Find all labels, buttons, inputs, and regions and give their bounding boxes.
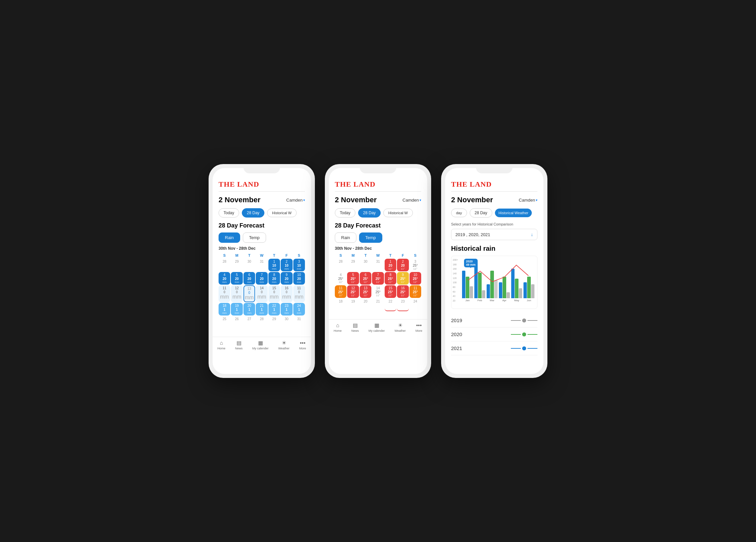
toggle-temp-1[interactable]: Temp — [243, 232, 266, 243]
cal-cell[interactable]: 27 — [243, 316, 255, 329]
cal-cell[interactable]: 31 — [372, 259, 384, 271]
toggle-rain-1[interactable]: Rain — [219, 232, 240, 243]
cal-cell[interactable]: 920mm — [281, 272, 292, 285]
cal-cell[interactable]: 925°11° — [397, 272, 409, 285]
cal-cell[interactable]: 1525°11° — [385, 285, 396, 298]
cal-cell[interactable]: 221mm — [268, 303, 280, 316]
tab-historical-1[interactable]: Historical W — [267, 209, 297, 217]
cal-cell[interactable]: 29 — [268, 316, 280, 329]
cal-cell[interactable]: 28 — [219, 259, 230, 271]
more-icon-2: ••• — [416, 322, 422, 328]
location-2[interactable]: Camden▾ — [403, 198, 421, 203]
nav-news-1[interactable]: ▤ News — [235, 340, 243, 350]
cal-cell[interactable]: 310mm — [293, 259, 305, 271]
toggle-rain-2[interactable]: Rain — [335, 232, 356, 243]
cal-cell[interactable]: 825°11° — [385, 272, 396, 285]
tab-historical-2[interactable]: Historical W — [383, 209, 413, 217]
nav-calendar-2[interactable]: ▦ My calender — [369, 322, 385, 332]
cal-cell[interactable]: 425°11° — [335, 272, 346, 285]
cal-cell[interactable]: 31 — [256, 259, 267, 271]
cal-cell[interactable]: 191mm — [231, 303, 242, 316]
nav-weather-1[interactable]: ☀ Weather — [278, 340, 290, 350]
tab-historical-3[interactable]: Historical Weather — [495, 209, 532, 217]
cal-cell[interactable]: 30 — [243, 259, 255, 271]
cal-header-2: S M T W T F S — [335, 253, 421, 257]
cal-cell[interactable]: 110mm — [293, 285, 305, 302]
cal-cell-today[interactable]: 130mm — [243, 285, 255, 302]
toggle-temp-2[interactable]: Temp — [359, 232, 382, 243]
cal-header-1: S M T W T F S — [219, 253, 305, 257]
cal-cell[interactable]: 325°11° — [410, 259, 421, 271]
cal-cell[interactable]: 241mm — [293, 303, 305, 316]
cal-cell[interactable]: 1225°11° — [347, 285, 359, 298]
cal-cell[interactable]: 231mm — [281, 303, 292, 316]
cal-cell[interactable]: 620mm — [243, 272, 255, 285]
cal-cell[interactable]: 21 — [372, 299, 384, 311]
nav-more-1[interactable]: ••• More — [299, 340, 306, 350]
nav-home-1[interactable]: ⌂ Home — [218, 340, 226, 350]
tab-28day-3[interactable]: 28 Day — [470, 208, 492, 218]
year-row-2020[interactable]: 2020 — [451, 327, 537, 341]
cal-cell[interactable]: 18 — [335, 299, 346, 311]
tab-today-1[interactable]: Today — [219, 208, 239, 218]
month-label: Feb — [478, 299, 482, 302]
cal-cell[interactable]: 19 — [347, 299, 359, 311]
cal-cell[interactable]: 1125°11° — [410, 285, 421, 298]
tab-28day-1[interactable]: 28 Day — [242, 208, 264, 218]
cal-cell[interactable]: 110mm — [268, 259, 280, 271]
cal-cell[interactable]: 820mm — [268, 272, 280, 285]
cal-cell[interactable]: 1125°11° — [335, 285, 346, 298]
nav-calendar-1[interactable]: ▦ My calender — [252, 340, 269, 350]
cal-cell[interactable]: 30 — [360, 259, 371, 271]
location-3[interactable]: Camden▾ — [519, 198, 537, 203]
year-row-2019[interactable]: 2019 — [451, 314, 537, 327]
phone-notch-1 — [243, 164, 280, 173]
cal-cell[interactable]: 140mm — [256, 285, 267, 302]
cal-cell[interactable]: 25 — [219, 316, 230, 329]
year-selector[interactable]: 2019 , 2020, 2021 ↓ — [451, 229, 537, 240]
cal-cell[interactable]: 725°11° — [372, 272, 384, 285]
cal-cell[interactable]: 22011° — [397, 259, 409, 271]
cal-cell[interactable]: 12011° — [385, 259, 396, 271]
cal-cell[interactable]: 525°11° — [347, 272, 359, 285]
cal-cell[interactable]: 1325°11° — [360, 285, 371, 298]
cal-cell[interactable]: 28 — [256, 316, 267, 329]
tab-today-2[interactable]: Today — [335, 208, 355, 218]
cal-cell[interactable]: 24 — [410, 299, 421, 311]
cal-cell[interactable]: 1025°11° — [410, 272, 421, 285]
cal-cell[interactable]: 201mm — [243, 303, 255, 316]
cal-cell[interactable]: 23 — [397, 299, 409, 311]
cal-cell[interactable]: 160mm — [281, 285, 292, 302]
cal-cell[interactable]: 26 — [231, 316, 242, 329]
nav-home-2[interactable]: ⌂ Home — [334, 322, 342, 332]
cal-cell[interactable]: 1625°11° — [397, 285, 409, 298]
cal-cell[interactable]: 520mm — [231, 272, 242, 285]
cal-cell[interactable]: 150mm — [268, 285, 280, 302]
cal-cell[interactable]: 22 — [385, 299, 396, 311]
cal-cell[interactable]: 29 — [231, 259, 242, 271]
location-1[interactable]: Camden▾ — [286, 198, 305, 203]
cal-cell[interactable]: 720mm — [256, 272, 267, 285]
nav-weather-2[interactable]: ☀ Weather — [395, 322, 406, 332]
tab-day-3[interactable]: day — [451, 209, 467, 217]
section-title-2: 28 Day Forecast — [335, 222, 421, 229]
cal-cell[interactable]: 20 — [360, 299, 371, 311]
cal-cell[interactable]: 420mm — [219, 272, 230, 285]
cal-cell[interactable]: 110mm — [219, 285, 230, 302]
cal-cell[interactable]: 31 — [293, 316, 305, 329]
nav-more-2[interactable]: ••• More — [416, 322, 423, 332]
cal-cell[interactable]: 210mm — [281, 259, 292, 271]
tab-28day-2[interactable]: 28 Day — [358, 208, 381, 218]
cal-cell[interactable]: 625°11° — [360, 272, 371, 285]
phone-inner-3: THE LAND 2 November Camden▾ day 28 Day H… — [445, 168, 543, 374]
cal-cell[interactable]: 29 — [347, 259, 359, 271]
cal-cell[interactable]: 1425°11° — [372, 285, 384, 298]
nav-news-2[interactable]: ▤ News — [351, 322, 359, 332]
cal-cell[interactable]: 120mm — [231, 285, 242, 302]
cal-cell[interactable]: 1020mm — [293, 272, 305, 285]
year-row-2021[interactable]: 2021 — [451, 341, 537, 355]
cal-cell[interactable]: 211mm — [256, 303, 267, 316]
cal-cell[interactable]: 30 — [281, 316, 292, 329]
cal-cell[interactable]: 28 — [335, 259, 346, 271]
cal-cell[interactable]: 181mm — [219, 303, 230, 316]
